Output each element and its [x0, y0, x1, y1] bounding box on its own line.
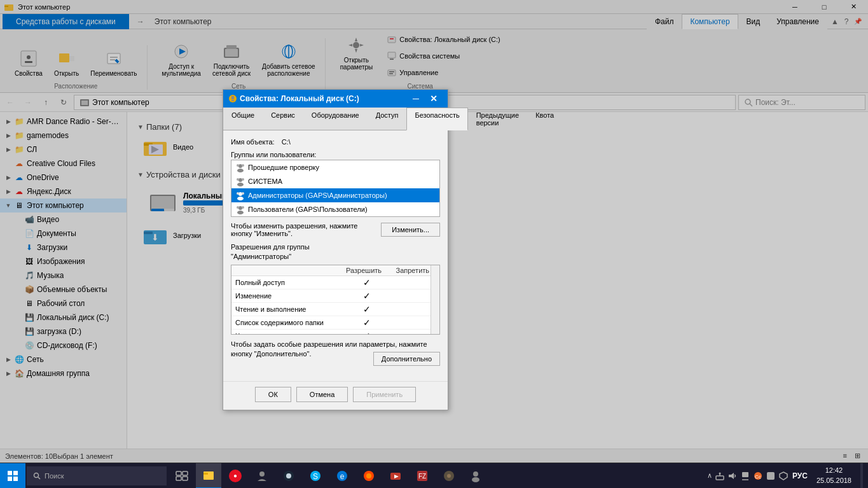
- dialog-tab-general[interactable]: Общие: [223, 108, 263, 130]
- object-label: Имя объекта:: [231, 138, 275, 146]
- svg-point-71: [242, 192, 244, 195]
- taskbar-icon-8[interactable]: FZ: [410, 463, 435, 489]
- svg-rect-105: [716, 476, 724, 480]
- group-item-passed[interactable]: Прошедшие проверку: [231, 160, 439, 174]
- taskbar-task-view[interactable]: [169, 463, 195, 489]
- svg-line-81: [38, 477, 40, 479]
- svg-text:S: S: [313, 472, 318, 481]
- group-icon: [235, 190, 245, 200]
- app-icon-9: [443, 470, 455, 482]
- svg-point-96: [366, 473, 371, 478]
- object-value: C:\: [279, 137, 293, 147]
- svg-point-64: [238, 178, 242, 182]
- language-indicator[interactable]: РУС: [792, 471, 808, 480]
- cancel-button[interactable]: Отмена: [296, 387, 348, 402]
- taskbar-icon-5[interactable]: e: [329, 463, 355, 489]
- taskbar-icon-9[interactable]: [436, 463, 462, 489]
- dialog-tab-hardware[interactable]: Оборудование: [303, 108, 368, 130]
- svg-rect-87: [203, 473, 208, 475]
- tray-cc-icon[interactable]: Cc: [753, 471, 763, 481]
- perm-name: Чтение: [231, 329, 342, 335]
- dialog-tabs: Общие Сервис Оборудование Доступ Безопас…: [223, 108, 448, 130]
- taskbar-icon-4[interactable]: S: [303, 463, 328, 489]
- svg-point-72: [238, 206, 242, 210]
- tray-security-icon[interactable]: [778, 471, 789, 481]
- tray-icons-group: ∧ Cc: [707, 471, 789, 481]
- perm-allow: ✓: [342, 329, 392, 335]
- permissions-group-label: Разрешения для группы"Администраторы": [231, 243, 310, 260]
- group-item-users[interactable]: Пользователи (GAPS\Пользователи): [231, 202, 439, 216]
- svg-rect-113: [767, 472, 775, 480]
- svg-text:e: e: [340, 472, 345, 481]
- dialog-tab-prevver[interactable]: Предыдущие версии: [468, 108, 527, 130]
- svg-rect-79: [13, 477, 18, 481]
- dialog-close-button[interactable]: ✕: [425, 92, 443, 105]
- advanced-button[interactable]: Дополнительно: [373, 352, 440, 366]
- taskbar-icon-1[interactable]: ●: [223, 463, 248, 489]
- svg-point-73: [237, 211, 244, 214]
- taskbar-icon-2[interactable]: [249, 463, 275, 489]
- svg-rect-86: [203, 471, 214, 480]
- dialog-tab-access[interactable]: Доступ: [368, 108, 407, 130]
- skype-icon: S: [309, 470, 322, 482]
- svg-point-69: [237, 197, 244, 200]
- svg-point-60: [238, 164, 242, 168]
- taskbar-icon-7[interactable]: [383, 463, 408, 489]
- svg-rect-78: [8, 477, 12, 481]
- groups-list: Прошедшие проверку СИСТЕМА Администратор…: [231, 160, 440, 217]
- perm-allow: ✓: [342, 289, 392, 302]
- show-desktop-button[interactable]: [860, 463, 863, 489]
- taskbar-search[interactable]: Поиск: [27, 466, 167, 485]
- groups-field: Группы или пользователи: Прошедшие прове…: [231, 151, 440, 217]
- taskbar-explorer-icon[interactable]: [196, 463, 221, 489]
- dialog-tab-security[interactable]: Безопасность: [406, 108, 467, 130]
- group-name: Администраторы (GAPS\Администраторы): [248, 192, 387, 199]
- dialog-tab-service[interactable]: Сервис: [263, 108, 303, 130]
- tray-expand[interactable]: ∧: [707, 471, 712, 480]
- taskbar-clock[interactable]: 12:42 25.05.2018: [811, 466, 857, 485]
- group-icon: [235, 162, 245, 172]
- group-icon: [235, 176, 245, 186]
- tray-network-icon[interactable]: [715, 471, 725, 481]
- perm-row-listfolder: Список содержимого папки ✓: [231, 316, 439, 329]
- dialog-tab-quota[interactable]: Квота: [527, 108, 562, 130]
- app-icon-1-label: ●: [233, 472, 237, 479]
- group-item-admins[interactable]: Администраторы (GAPS\Администраторы): [231, 188, 439, 202]
- group-item-system[interactable]: СИСТЕМА: [231, 174, 439, 188]
- change-button[interactable]: Изменить...: [381, 223, 440, 237]
- dialog-minimize-button[interactable]: ─: [407, 92, 425, 105]
- permissions-scrollbar[interactable]: [431, 265, 439, 334]
- properties-dialog: Свойства: Локальный диск (C:) ─ ✕ Общие …: [223, 89, 448, 410]
- svg-point-107: [719, 472, 720, 474]
- start-button[interactable]: [0, 463, 25, 489]
- special-area: Чтобы задать особые разрешения или парам…: [231, 340, 440, 366]
- apply-button[interactable]: Применить: [353, 387, 416, 402]
- taskbar-search-text: Поиск: [45, 472, 64, 480]
- user-icon: [469, 470, 482, 482]
- tray-volume-icon[interactable]: [727, 471, 738, 481]
- perm-allow: ✓: [342, 302, 392, 316]
- taskbar-icon-6[interactable]: [356, 463, 382, 489]
- perm-name: Изменение: [231, 289, 342, 302]
- svg-point-70: [237, 192, 239, 195]
- svg-rect-109: [742, 472, 748, 477]
- svg-point-61: [237, 169, 244, 172]
- taskbar-icon-10[interactable]: [463, 463, 488, 489]
- svg-marker-108: [729, 473, 734, 479]
- app-icon-6: [362, 470, 375, 482]
- tray-app-icon[interactable]: [766, 471, 776, 481]
- svg-point-75: [242, 206, 244, 209]
- svg-point-62: [237, 164, 239, 167]
- app-icon-7: [389, 470, 402, 482]
- tray-flag-icon[interactable]: [740, 471, 750, 481]
- svg-rect-85: [183, 477, 188, 480]
- taskbar: Поиск ● S e FZ: [0, 463, 868, 488]
- taskbar-icon-3[interactable]: [276, 463, 301, 489]
- dialog-overlay: Свойства: Локальный диск (C:) ─ ✕ Общие …: [0, 0, 868, 463]
- clock-date: 25.05.2018: [816, 476, 851, 485]
- ok-button[interactable]: ОК: [255, 387, 291, 402]
- object-field: Имя объекта: C:\: [231, 138, 440, 146]
- clock-time: 12:42: [816, 466, 851, 475]
- filezilla-icon: FZ: [416, 470, 429, 482]
- perm-col-allow: Разрешить: [342, 265, 392, 276]
